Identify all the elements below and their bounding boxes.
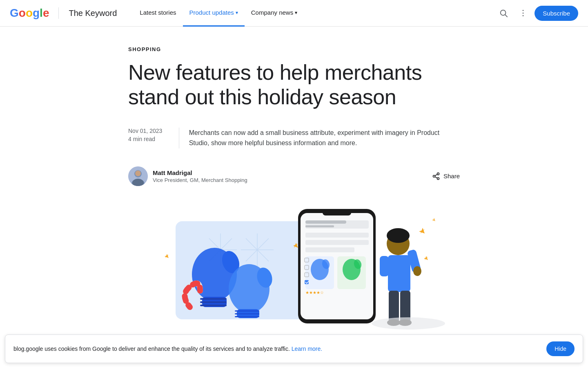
article-illustration: ★★★★☆	[128, 201, 460, 332]
svg-point-3	[523, 13, 524, 14]
navbar: Google The Keyword Latest stories Produc…	[0, 0, 588, 27]
meta-dates: Nov 01, 2023 4 min read	[128, 128, 169, 142]
search-icon	[499, 9, 508, 18]
svg-rect-43	[305, 240, 369, 245]
svg-point-61	[413, 266, 421, 276]
product-updates-chevron-icon: ▾	[236, 10, 238, 16]
svg-rect-34	[235, 313, 259, 314]
nav-link-product-updates[interactable]: Product updates ▾	[183, 0, 245, 27]
google-logo[interactable]: Google	[10, 7, 49, 20]
author-row: Matt Madrigal Vice President, GM, Mercha…	[128, 166, 460, 186]
svg-rect-44	[305, 247, 354, 252]
meta-divider	[179, 128, 179, 148]
article-meta: Nov 01, 2023 4 min read Merchants can no…	[128, 123, 460, 153]
nav-link-latest-stories-label: Latest stories	[140, 9, 176, 16]
article-title: New features to help merchants stand out…	[128, 61, 460, 110]
more-vert-icon	[519, 9, 528, 18]
google-logo-g-red: o	[19, 7, 25, 20]
learn-more-link[interactable]: Learn more.	[292, 346, 322, 352]
svg-point-4	[523, 15, 524, 16]
nav-link-product-updates-label: Product updates	[189, 9, 234, 16]
search-button[interactable]	[495, 5, 512, 21]
navbar-right: Subscribe	[495, 5, 578, 21]
hero-illustration: ★★★★☆	[139, 201, 449, 332]
cookie-message: blog.google uses cookies from Google to …	[13, 346, 290, 352]
share-button[interactable]: Share	[432, 172, 460, 180]
svg-rect-27	[200, 298, 227, 300]
hide-button[interactable]: Hide	[546, 341, 575, 356]
navbar-left: Google The Keyword Latest stories Produc…	[10, 0, 304, 27]
author-details: Matt Madrigal Vice President, GM, Mercha…	[153, 169, 247, 183]
svg-rect-58	[388, 255, 410, 292]
google-logo-g-blue2: g	[33, 7, 39, 20]
site-name: The Keyword	[69, 9, 117, 18]
svg-rect-35	[235, 316, 259, 317]
author-avatar	[128, 166, 148, 186]
article-read-time: 4 min read	[128, 136, 169, 142]
article-date: Nov 01, 2023	[128, 128, 169, 134]
share-icon	[432, 172, 440, 180]
more-options-button[interactable]	[515, 5, 531, 21]
svg-point-2	[523, 10, 524, 11]
author-avatar-image	[128, 166, 148, 186]
svg-rect-38	[323, 210, 351, 215]
svg-rect-33	[235, 310, 259, 312]
svg-rect-59	[380, 256, 389, 276]
svg-rect-41	[305, 225, 334, 227]
svg-rect-28	[200, 301, 227, 303]
article-description: Merchants can now add a small business a…	[189, 128, 460, 148]
svg-line-1	[505, 15, 507, 17]
author-job-title: Vice President, GM, Merchant Shopping	[153, 177, 247, 183]
nav-link-company-news-label: Company news	[251, 9, 293, 16]
cookie-text: blog.google uses cookies from Google to …	[13, 346, 322, 352]
nav-link-company-news[interactable]: Company news ▾	[245, 0, 304, 27]
main-content: SHOPPING New features to help merchants …	[118, 27, 470, 356]
svg-text:★★★★☆: ★★★★☆	[305, 290, 324, 295]
author-info: Matt Madrigal Vice President, GM, Mercha…	[128, 166, 247, 186]
google-logo-g-red2: e	[43, 7, 49, 20]
author-name: Matt Madrigal	[153, 169, 247, 176]
nav-divider	[58, 7, 59, 19]
share-label: Share	[443, 173, 460, 180]
company-news-chevron-icon: ▾	[295, 10, 297, 16]
google-logo-g-blue: G	[10, 7, 18, 20]
nav-links: Latest stories Product updates ▾ Company…	[133, 0, 304, 27]
svg-rect-29	[200, 305, 227, 306]
svg-point-57	[387, 228, 410, 243]
svg-point-66	[372, 317, 445, 330]
svg-line-13	[435, 177, 437, 178]
article-category: SHOPPING	[128, 46, 460, 52]
svg-point-8	[135, 171, 141, 176]
google-logo-g-green: l	[40, 7, 42, 20]
svg-rect-40	[305, 220, 346, 224]
google-logo-g-yellow: o	[26, 7, 32, 20]
nav-link-latest-stories[interactable]: Latest stories	[133, 0, 183, 27]
cookie-banner: blog.google uses cookies from Google to …	[5, 334, 583, 363]
svg-rect-42	[305, 233, 369, 238]
subscribe-button[interactable]: Subscribe	[535, 6, 578, 21]
svg-line-14	[435, 174, 437, 175]
